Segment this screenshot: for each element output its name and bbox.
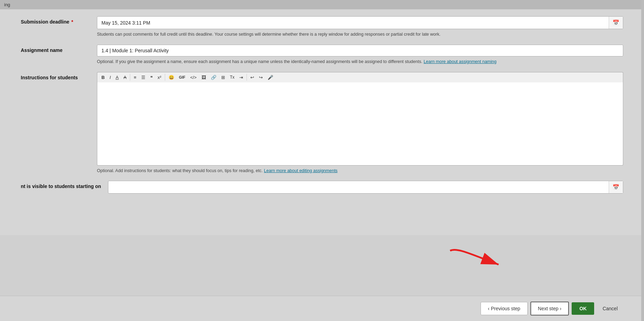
- assignment-name-field: Optional. If you give the assignment a n…: [97, 45, 623, 65]
- submission-deadline-input-wrapper: 📅: [97, 16, 623, 29]
- assignment-naming-link[interactable]: Learn more about assignment naming: [423, 59, 497, 64]
- editing-assignments-link[interactable]: Learn more about editing assignments: [264, 168, 338, 173]
- arrow-annotation: [443, 244, 512, 286]
- visible-starting-input[interactable]: [108, 182, 609, 193]
- visible-starting-row: nt is visible to students starting on 📅: [21, 181, 623, 194]
- next-chevron-icon: ›: [560, 306, 562, 311]
- emoji-button[interactable]: 😀: [167, 74, 176, 81]
- underline-button[interactable]: A: [114, 74, 121, 81]
- previous-step-button[interactable]: ‹ Previous step: [481, 302, 528, 315]
- editor-toolbar: B I A A ≡ ☰ ❝ x² 😀 GIF </> 🖼 🔗 ⊞ Tx: [97, 72, 623, 82]
- instructions-label: Instructions for students: [21, 72, 97, 80]
- instructions-row: Instructions for students B I A A ≡ ☰ ❝ …: [21, 72, 623, 174]
- bold-button[interactable]: B: [99, 74, 107, 81]
- instructions-field: B I A A ≡ ☰ ❝ x² 😀 GIF </> 🖼 🔗 ⊞ Tx: [97, 72, 623, 174]
- required-marker: *: [70, 19, 73, 25]
- clear-format-button[interactable]: Tx: [228, 74, 236, 81]
- visible-starting-label: nt is visible to students starting on: [21, 181, 108, 189]
- toolbar-divider-2: [165, 74, 165, 81]
- unordered-list-button[interactable]: ☰: [139, 74, 147, 81]
- undo-button[interactable]: ↩: [248, 74, 256, 81]
- footer-bar: ‹ Previous step Next step › OK Cancel: [0, 296, 644, 321]
- submission-deadline-hint: Students can post comments for full cred…: [97, 31, 623, 38]
- page-title-bar: ing: [0, 0, 644, 9]
- next-step-button[interactable]: Next step ›: [530, 302, 569, 315]
- visible-starting-field: 📅: [108, 181, 623, 194]
- toolbar-divider-1: [130, 74, 130, 81]
- toolbar-divider-3: [247, 74, 247, 81]
- instructions-hint: Optional. Add instructions for students:…: [97, 168, 623, 174]
- assignment-name-hint: Optional. If you give the assignment a n…: [97, 59, 623, 65]
- media-button[interactable]: ⊞: [219, 74, 227, 81]
- strikethrough-button[interactable]: A: [122, 74, 129, 81]
- assignment-name-input[interactable]: [97, 45, 623, 56]
- ordered-list-button[interactable]: ≡: [132, 74, 138, 81]
- instructions-editor[interactable]: [97, 82, 623, 166]
- form-container: Submission deadline * 📅 Students can pos…: [0, 9, 644, 235]
- cancel-button[interactable]: Cancel: [597, 302, 623, 315]
- ok-button[interactable]: OK: [572, 302, 594, 315]
- code-button[interactable]: </>: [188, 74, 199, 81]
- submission-deadline-calendar-icon[interactable]: 📅: [609, 17, 623, 29]
- mic-button[interactable]: 🎤: [266, 74, 275, 81]
- assignment-name-label: Assignment name: [21, 45, 97, 53]
- submission-deadline-row: Submission deadline * 📅 Students can pos…: [21, 16, 623, 38]
- visible-starting-calendar-icon[interactable]: 📅: [609, 181, 623, 193]
- prev-chevron-icon: ‹: [488, 306, 490, 311]
- submission-deadline-field: 📅 Students can post comments for full cr…: [97, 16, 623, 38]
- visible-starting-input-wrapper: 📅: [108, 181, 623, 194]
- text-direction-button[interactable]: ⇥: [237, 74, 245, 81]
- image-button[interactable]: 🖼: [199, 74, 208, 81]
- blockquote-button[interactable]: ❝: [148, 74, 155, 81]
- scrollbar[interactable]: [641, 0, 644, 321]
- submission-deadline-label: Submission deadline *: [21, 16, 97, 25]
- submission-deadline-input[interactable]: [97, 17, 609, 28]
- assignment-name-row: Assignment name Optional. If you give th…: [21, 45, 623, 65]
- gif-button[interactable]: GIF: [177, 74, 187, 80]
- redo-button[interactable]: ↪: [257, 74, 265, 81]
- page-wrapper: ing Submission deadline * 📅 Students can…: [0, 0, 644, 321]
- superscript-button[interactable]: x²: [155, 74, 163, 81]
- page-title: ing: [4, 2, 10, 7]
- italic-button[interactable]: I: [107, 74, 113, 81]
- link-button[interactable]: 🔗: [209, 74, 218, 81]
